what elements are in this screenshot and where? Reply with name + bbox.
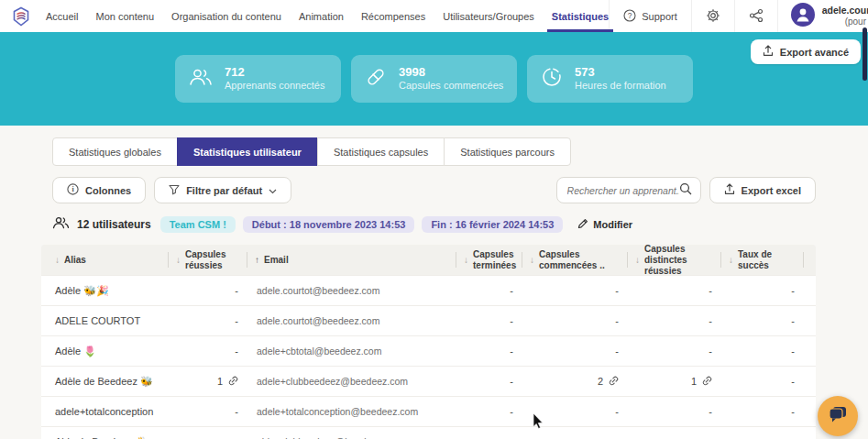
tab-statistiques-utilisateur[interactable]: Statistiques utilisateur xyxy=(177,137,318,166)
nav-item-animation[interactable]: Animation xyxy=(299,0,344,32)
capsule-icon xyxy=(365,66,387,92)
cell-value: - xyxy=(791,315,795,326)
link-icon[interactable] xyxy=(700,376,712,388)
modify-button[interactable]: Modifier xyxy=(577,218,632,231)
cell-value: - xyxy=(615,315,619,326)
columns-button[interactable]: i Colonnes xyxy=(52,177,146,203)
table-row[interactable]: Adèle de Beedeez 🐝1adele+clubbeedeez@bee… xyxy=(41,366,816,396)
cell-value: adele.courtot@beedeez.com xyxy=(257,315,379,326)
sort-down-icon[interactable]: ↓ xyxy=(176,255,181,266)
table-row[interactable]: Adèle 🐝🎉-adele.courtot@beedeez.com---- xyxy=(41,275,816,305)
sort-down-icon[interactable]: ↓ xyxy=(55,255,60,266)
nav-item-mon-contenu[interactable]: Mon contenu xyxy=(95,0,154,32)
cell-value: - xyxy=(510,315,513,326)
column-header-capsules-re-ussies[interactable]: ↓Capsules réussies xyxy=(169,245,247,275)
chat-bubbles-icon xyxy=(828,405,848,427)
stat-label: Heures de formation xyxy=(575,80,666,93)
tab-statistiques-capsules[interactable]: Statistiques capsules xyxy=(317,137,445,166)
chat-widget-button[interactable] xyxy=(818,396,858,436)
stat-value: 573 xyxy=(575,65,666,80)
table-cell: - xyxy=(721,406,804,417)
link-icon[interactable] xyxy=(607,376,619,388)
table-cell: - xyxy=(456,315,522,326)
cell-value: - xyxy=(235,315,238,326)
stat-value: 3998 xyxy=(399,65,503,80)
cell-value: adele+cbtotal@beedeez.com xyxy=(257,346,381,357)
table-row[interactable]: Adèle 🌷-adele+cbtotal@beedeez.com---- xyxy=(41,335,816,366)
cell-value: adele.courtot@beedeez.com xyxy=(257,285,379,296)
search-box[interactable] xyxy=(556,177,701,203)
search-input[interactable] xyxy=(567,185,679,196)
sort-down-icon[interactable]: ↓ xyxy=(530,255,534,266)
table-row[interactable]: adele+totalconception-adele+totalconcept… xyxy=(41,396,816,426)
cell-value: - xyxy=(709,346,712,357)
nav-item-organisation-du-contenu[interactable]: Organisation du contenu xyxy=(171,0,281,32)
link-icon[interactable] xyxy=(226,376,238,388)
cell-value: - xyxy=(510,406,513,417)
clock-icon xyxy=(541,66,563,92)
settings-button[interactable] xyxy=(691,0,734,32)
users-table: ↓Alias↓Capsules réussies↑Email↓Capsules … xyxy=(41,245,816,439)
export-excel-button[interactable]: Export excel xyxy=(709,177,816,203)
column-header-taux-de-succe-s[interactable]: ↓Taux de succès xyxy=(721,245,804,275)
column-header-alias[interactable]: ↓Alias xyxy=(41,245,169,275)
stats-tabs: Statistiques globalesStatistiques utilis… xyxy=(52,137,571,166)
sort-up-icon[interactable]: ↑ xyxy=(255,255,259,266)
filter-button[interactable]: Filtre par défaut xyxy=(154,177,291,203)
stat-card-capsules-commence-es: 3998Capsules commencées xyxy=(351,55,517,103)
table-cell: - xyxy=(721,346,804,357)
support-label: Support xyxy=(642,11,677,22)
table-cell: 1 xyxy=(628,376,721,388)
stat-text: 3998Capsules commencées xyxy=(399,65,503,93)
column-header-capsules-distinctes-re-ussies[interactable]: ↓Capsules distinctes réussies xyxy=(628,245,721,275)
sort-down-icon[interactable]: ↓ xyxy=(464,255,468,266)
badge-team-csm: Team CSM ! xyxy=(160,216,236,233)
avatar xyxy=(791,3,815,30)
beedeez-logo-icon[interactable] xyxy=(11,6,31,27)
user-menu[interactable]: adele.courtot@beedeez.com (pour Club Bee… xyxy=(777,0,868,32)
sort-down-icon[interactable]: ↓ xyxy=(729,255,733,266)
sort-down-icon[interactable]: ↓ xyxy=(635,255,640,266)
org-chart-button[interactable] xyxy=(734,0,777,32)
table-body: Adèle 🐝🎉-adele.courtot@beedeez.com----AD… xyxy=(41,275,816,439)
users-icon xyxy=(189,68,213,90)
cell-value: 2 xyxy=(598,376,603,387)
table-cell: - xyxy=(522,285,628,296)
filter-badges: Team CSM !Début : 18 novembre 2023 14:53… xyxy=(160,216,564,233)
cell-value: Adèle de Beedeez 🐝 xyxy=(55,376,153,388)
main-nav: AccueilMon contenuOrganisation du conten… xyxy=(46,0,609,32)
modify-label: Modifier xyxy=(593,219,632,230)
nav-item-utilisateurs-groupes[interactable]: Utilisateurs/Groupes xyxy=(443,0,534,32)
nav-item-re-compenses[interactable]: Récompenses xyxy=(361,0,425,32)
column-header-email[interactable]: ↑Email xyxy=(247,245,456,275)
cell-value: - xyxy=(510,376,513,387)
table-cell: adele+cbtotal@beedeez.com xyxy=(247,346,456,357)
pencil-icon xyxy=(577,218,588,231)
table-cell: - xyxy=(456,285,522,296)
cell-value: - xyxy=(235,346,238,357)
cell-value: - xyxy=(510,285,513,296)
stat-label: Capsules commencées xyxy=(399,80,503,93)
cell-value: - xyxy=(235,285,238,296)
table-cell: ADELE COURTOT xyxy=(41,315,169,326)
tab-statistiques-globales[interactable]: Statistiques globales xyxy=(52,137,178,166)
support-button[interactable]: ? Support xyxy=(609,0,691,32)
table-summary: 12 utilisateurs Team CSM !Début : 18 nov… xyxy=(52,216,632,233)
cell-value: adele+totalconception@beedeez.com xyxy=(257,406,418,417)
column-header-filler xyxy=(804,245,816,275)
top-bar-right: ? Support xyxy=(609,0,868,32)
table-row[interactable]: ADELE COURTOT-adele.courtot@beedeez.com-… xyxy=(41,305,816,335)
table-cell: - xyxy=(169,315,247,326)
user-context: (pour Club Beedeez) xyxy=(822,16,868,28)
search-icon[interactable] xyxy=(679,182,692,199)
cell-value: ADELE COURTOT xyxy=(55,315,140,326)
nav-item-accueil[interactable]: Accueil xyxy=(46,0,78,32)
column-header-capsules-commence-es[interactable]: ↓Capsules commencées .. xyxy=(522,245,628,275)
stat-label: Apprenants connectés xyxy=(225,80,324,93)
table-cell: - xyxy=(169,406,247,417)
tab-statistiques-parcours[interactable]: Statistiques parcours xyxy=(444,137,571,166)
column-header-capsules-termine-es[interactable]: ↓Capsules terminées xyxy=(456,245,522,275)
nav-item-statistiques[interactable]: Statistiques xyxy=(552,0,609,32)
table-row[interactable]: Aida de Beedeez 👋-aida+clubbeedeez@beede… xyxy=(41,426,816,439)
scrollbar-thumb[interactable] xyxy=(863,27,867,81)
